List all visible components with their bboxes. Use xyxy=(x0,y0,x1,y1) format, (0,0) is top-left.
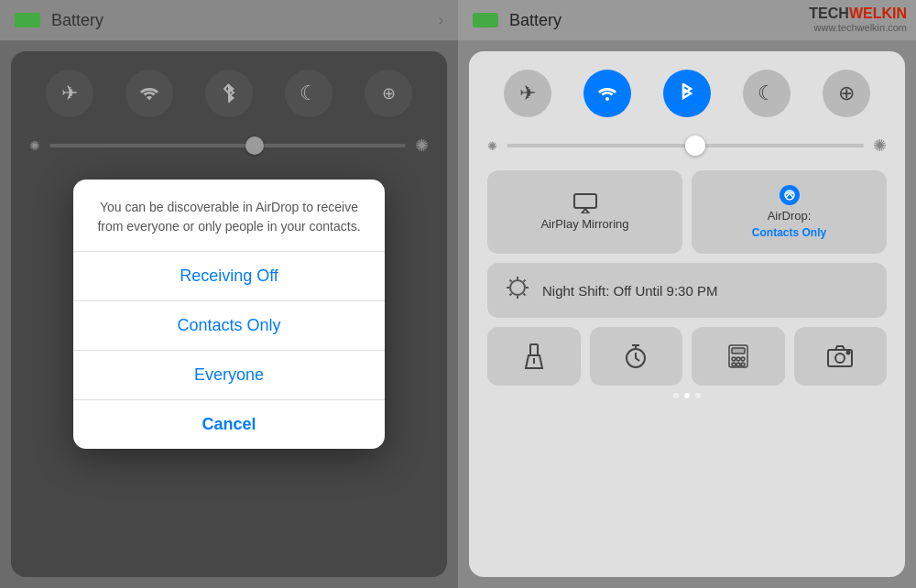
airdrop-dialog: You can be discoverable in AirDrop to re… xyxy=(73,180,385,449)
brightness-low-icon-right: ✺ xyxy=(487,139,497,153)
svg-point-19 xyxy=(732,357,736,361)
svg-point-27 xyxy=(847,352,850,354)
svg-line-11 xyxy=(524,280,526,282)
bottom-icons-row xyxy=(487,327,887,386)
airdrop-icon-row xyxy=(780,185,800,205)
brightness-thumb-right[interactable] xyxy=(685,136,705,156)
page-indicators xyxy=(487,393,887,398)
battery-icon-left xyxy=(15,13,40,27)
do-not-disturb-toggle-right[interactable]: ☾ xyxy=(743,70,791,117)
battery-icon-right xyxy=(473,13,498,27)
svg-point-20 xyxy=(736,357,740,361)
cancel-button[interactable]: Cancel xyxy=(73,400,385,449)
night-shift-button[interactable]: Night Shift: Off Until 9:30 PM xyxy=(487,263,887,318)
left-chevron-icon: › xyxy=(439,12,443,28)
action-buttons-row: AirPlay Mirroring AirDrop: Contacts Only xyxy=(487,170,887,254)
svg-rect-12 xyxy=(530,344,538,355)
bluetooth-toggle-right[interactable] xyxy=(663,70,711,117)
right-toggle-row: ✈ ☾ ⊕ xyxy=(487,70,887,117)
brand-url: www.techwelkin.com xyxy=(809,22,907,33)
contacts-only-option[interactable]: Contacts Only xyxy=(73,301,385,351)
wifi-toggle-right[interactable] xyxy=(583,70,631,117)
svg-point-3 xyxy=(510,280,525,295)
right-panel: Battery TECHWELKIN www.techwelkin.com ✈ xyxy=(458,0,916,588)
rotation-lock-toggle-right[interactable]: ⊕ xyxy=(823,70,870,117)
left-battery-label: Battery xyxy=(51,11,439,30)
right-status-bar: Battery TECHWELKIN www.techwelkin.com xyxy=(458,0,916,40)
svg-point-26 xyxy=(835,354,845,363)
calculator-button[interactable] xyxy=(692,327,785,386)
modal-message-text: You can be discoverable in AirDrop to re… xyxy=(73,180,385,252)
svg-point-22 xyxy=(732,363,736,366)
left-control-center: ✈ ☾ ⊕ ✺ xyxy=(11,51,447,577)
brand-watermark: TECHWELKIN www.techwelkin.com xyxy=(809,5,907,33)
left-status-bar: Battery › xyxy=(0,0,458,40)
right-control-center: ✈ ☾ ⊕ ✺ ✺ xyxy=(469,51,905,577)
airdrop-icon-circle xyxy=(780,185,800,205)
svg-rect-18 xyxy=(732,348,745,354)
svg-point-0 xyxy=(605,97,609,101)
brightness-slider-right[interactable] xyxy=(507,144,864,147)
svg-point-21 xyxy=(741,357,745,361)
receiving-off-option[interactable]: Receiving Off xyxy=(73,252,385,301)
dot-1 xyxy=(673,393,679,398)
airdrop-button[interactable]: AirDrop: Contacts Only xyxy=(692,170,887,254)
svg-line-9 xyxy=(524,294,526,296)
dot-2 xyxy=(684,393,690,398)
svg-rect-1 xyxy=(574,194,596,208)
brand-name: TECHWELKIN xyxy=(809,5,907,22)
brand-tech: TECH xyxy=(809,5,849,21)
brand-welkin: WELKIN xyxy=(849,5,907,21)
camera-button[interactable] xyxy=(794,327,888,386)
brightness-high-icon-right: ✺ xyxy=(873,136,887,156)
modal-overlay: You can be discoverable in AirDrop to re… xyxy=(11,51,447,577)
everyone-option[interactable]: Everyone xyxy=(73,351,385,400)
night-shift-label: Night Shift: Off Until 9:30 PM xyxy=(542,283,717,299)
torch-button[interactable] xyxy=(487,327,581,386)
svg-point-23 xyxy=(736,363,740,366)
svg-point-24 xyxy=(741,363,745,366)
airdrop-label: AirDrop: xyxy=(768,209,812,223)
airplay-label: AirPlay Mirroring xyxy=(540,217,628,231)
night-shift-icon xyxy=(506,276,529,305)
svg-line-8 xyxy=(510,280,512,282)
dot-3 xyxy=(695,393,701,398)
timer-button[interactable] xyxy=(590,327,683,386)
right-brightness-row: ✺ ✺ xyxy=(487,136,887,156)
airplay-mirroring-button[interactable]: AirPlay Mirroring xyxy=(487,170,682,254)
left-panel: Battery › ✈ ☾ ⊕ xyxy=(0,0,458,588)
svg-line-10 xyxy=(510,294,512,296)
airdrop-sublabel: Contacts Only xyxy=(752,226,826,239)
airplay-icon-row xyxy=(573,193,597,213)
airplane-mode-toggle-right[interactable]: ✈ xyxy=(504,70,551,117)
